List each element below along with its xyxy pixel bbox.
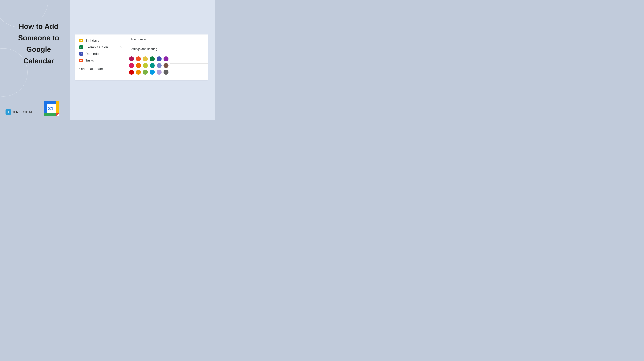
color-swatch[interactable] — [129, 56, 134, 62]
calendar-settings-screenshot: Birthdays Example Calen… ✕ Reminders Ta — [75, 34, 208, 80]
plus-icon[interactable]: + — [121, 66, 123, 71]
calendar-context-menu: Hide from list Settings and sharing — [126, 34, 170, 80]
checkbox-icon[interactable] — [79, 52, 83, 56]
checkbox-icon[interactable] — [79, 46, 83, 49]
gcal-day-number: 31 — [48, 106, 54, 111]
checkbox-icon[interactable] — [79, 59, 83, 62]
color-swatch[interactable] — [129, 63, 134, 68]
svg-rect-4 — [44, 113, 56, 116]
color-swatch[interactable] — [164, 63, 168, 68]
svg-rect-3 — [56, 101, 59, 113]
color-swatch[interactable] — [129, 70, 134, 75]
google-calendar-logo: 31 — [44, 101, 59, 116]
color-swatch[interactable] — [136, 56, 141, 62]
color-swatch[interactable] — [156, 70, 162, 75]
checkbox-icon[interactable] — [79, 39, 83, 42]
calendar-label: Birthdays — [86, 38, 123, 42]
brand-logo-icon: T — [6, 109, 11, 115]
calendar-list: Birthdays Example Calen… ✕ Reminders Ta — [75, 34, 126, 80]
color-swatch[interactable] — [143, 70, 148, 75]
calendar-item-reminders[interactable]: Reminders — [79, 50, 123, 57]
color-swatch[interactable] — [164, 70, 168, 75]
color-swatch[interactable] — [156, 63, 162, 68]
other-calendars-label: Other calendars — [79, 67, 103, 71]
other-calendars-row[interactable]: Other calendars + — [79, 64, 123, 71]
page-title-block: How to Add Someone to Google Calendar — [12, 21, 65, 67]
right-panel: Birthdays Example Calen… ✕ Reminders Ta — [70, 0, 214, 120]
menu-hide-from-list[interactable]: Hide from list — [126, 34, 170, 44]
calendar-label: Reminders — [86, 52, 123, 56]
calendar-item-example[interactable]: Example Calen… ✕ — [79, 44, 123, 50]
color-swatch[interactable] — [143, 56, 148, 62]
brand-name: TEMPLATE.NET — [12, 110, 35, 114]
color-swatch[interactable] — [136, 70, 141, 75]
brand-name-suffix: .NET — [28, 110, 35, 114]
calendar-label: Example Calen… — [86, 45, 117, 49]
color-swatch[interactable] — [164, 56, 168, 62]
calendar-grid-area — [170, 34, 208, 80]
page-title: How to Add Someone to Google Calendar — [12, 21, 65, 67]
grid-line — [189, 34, 189, 80]
calendar-item-tasks[interactable]: Tasks — [79, 57, 123, 64]
calendar-item-birthdays[interactable]: Birthdays — [79, 37, 123, 44]
calendar-label: Tasks — [86, 58, 123, 62]
brand-name-main: TEMPLATE — [12, 110, 28, 114]
color-swatch[interactable] — [136, 63, 141, 68]
menu-settings-sharing[interactable]: Settings and sharing — [126, 44, 170, 54]
color-picker-grid — [126, 54, 170, 77]
color-swatch[interactable] — [143, 63, 148, 68]
color-swatch[interactable] — [150, 63, 155, 68]
color-swatch[interactable] — [150, 56, 155, 62]
close-icon[interactable]: ✕ — [120, 45, 123, 49]
color-swatch[interactable] — [150, 70, 155, 75]
color-swatch[interactable] — [156, 56, 162, 62]
brand-logo: T TEMPLATE.NET — [6, 109, 35, 115]
